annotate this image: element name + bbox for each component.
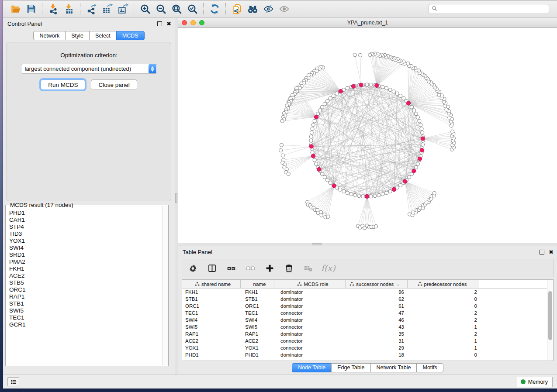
table-row[interactable]: SWI4SWI4dominator462 [182, 316, 553, 323]
column-header-predecessor-nodes[interactable]: predecessor nodes [408, 280, 479, 288]
mcds-result-scrollbar[interactable] [162, 206, 168, 365]
vertical-splitter[interactable] [175, 18, 178, 375]
table-cell: 2 [408, 317, 479, 323]
mcds-result-item[interactable]: SRD1 [9, 251, 162, 258]
export-image-button[interactable] [115, 2, 131, 16]
import-network-button[interactable] [45, 2, 61, 16]
hierarchy-icon [195, 282, 200, 286]
clone-network-button[interactable] [229, 2, 245, 16]
mcds-result-item[interactable]: ACE2 [9, 272, 162, 279]
export-table-button[interactable] [99, 2, 115, 16]
column-header-mcds-role[interactable]: MCDS role [274, 280, 346, 288]
column-header-successor-nodes[interactable]: successor nodes ⌄ [346, 280, 408, 288]
deselect-all-rows-button[interactable] [244, 261, 256, 275]
zoom-out-button[interactable] [153, 2, 169, 16]
close-panel-button[interactable]: Close panel [91, 79, 137, 90]
open-file-button[interactable] [7, 2, 23, 16]
network-window-titlebar[interactable]: YPA_prune.txt_1 [178, 18, 557, 28]
mcds-result-item[interactable]: PMA2 [9, 258, 162, 265]
mcds-result-item[interactable]: TID3 [9, 230, 162, 237]
table-cell: STB1 [182, 296, 241, 302]
table-row[interactable]: SWI5SWI5connector431 [182, 323, 553, 330]
mcds-result-item[interactable]: SWI4 [9, 244, 162, 251]
select-all-rows-button[interactable] [225, 261, 237, 275]
zoom-fit-button[interactable] [169, 2, 184, 16]
column-header-name[interactable]: name [241, 280, 274, 288]
zoom-selected-button[interactable] [184, 2, 200, 16]
export-image-icon [118, 3, 128, 14]
mcds-result-item[interactable]: FKH1 [9, 265, 162, 272]
tab-style[interactable]: Style [65, 31, 90, 40]
float-panel-icon[interactable] [540, 250, 544, 254]
create-column-button[interactable] [263, 261, 276, 275]
scrollbar-thumb[interactable] [548, 291, 552, 340]
table-row[interactable]: YOX1YOX1connector291 [182, 344, 553, 351]
table-cell: 47 [346, 310, 408, 316]
close-panel-icon[interactable]: ✖ [166, 21, 171, 26]
table-options-button[interactable] [187, 261, 199, 275]
horizontal-splitter[interactable] [178, 243, 557, 246]
delete-table-icon [304, 264, 313, 273]
table-row[interactable]: ACE2ACE2connector311 [182, 337, 553, 344]
first-neighbors-button[interactable] [245, 2, 260, 16]
mcds-result-item[interactable]: YOX1 [9, 237, 162, 244]
show-columns-button[interactable] [206, 261, 218, 275]
mcds-result-item[interactable]: SWI5 [9, 307, 162, 314]
mcds-result-item[interactable]: PHD1 [9, 210, 162, 217]
tab-node-table[interactable]: Node Table [292, 363, 332, 372]
tab-network-table[interactable]: Network Table [370, 363, 417, 372]
control-panel: Control Panel ✖ Network Style Select MCD… [3, 18, 175, 375]
function-builder-button[interactable]: f(x) [321, 263, 336, 273]
float-panel-icon[interactable] [157, 21, 162, 26]
network-graph[interactable] [178, 28, 557, 243]
table-row[interactable]: STB1STB1dominator620 [182, 296, 553, 303]
delete-column-button[interactable] [283, 261, 295, 275]
table-cell: SWI5 [182, 324, 241, 330]
network-window-title: YPA_prune.txt_1 [178, 20, 557, 26]
table-cell: connector [274, 310, 346, 316]
zoom-in-button[interactable] [137, 2, 153, 16]
hide-selected-button[interactable] [260, 2, 276, 16]
mcds-result-item[interactable]: GCR1 [9, 321, 162, 328]
table-cell: dominator [274, 296, 346, 302]
tab-motifs[interactable]: Motifs [416, 363, 443, 372]
column-header-shared-name[interactable]: shared name [182, 280, 241, 288]
optimization-criterion-select[interactable]: largest connected component (undirected) [21, 64, 157, 74]
task-history-button[interactable] [7, 377, 19, 386]
delete-table-button[interactable] [302, 261, 314, 275]
table-row[interactable]: ORC1ORC1dominator610 [182, 303, 553, 309]
mcds-result-item[interactable]: STB1 [9, 300, 162, 307]
splitter-handle[interactable] [312, 243, 322, 245]
mcds-result-item[interactable]: STP4 [9, 224, 162, 230]
table-cell: dominator [274, 289, 346, 295]
mcds-result-item[interactable]: TEC1 [9, 314, 162, 321]
network-canvas[interactable] [178, 28, 557, 243]
import-table-icon [64, 3, 75, 14]
memory-button[interactable]: Memory [516, 377, 553, 387]
tab-select[interactable]: Select [89, 31, 117, 40]
import-table-button[interactable] [61, 2, 77, 16]
search-input[interactable] [429, 4, 549, 14]
tab-network[interactable]: Network [33, 31, 66, 40]
export-network-button[interactable] [83, 2, 99, 16]
save-session-button[interactable] [23, 2, 39, 16]
table-cell: FKH1 [241, 289, 274, 295]
table-cell: RAP1 [241, 331, 274, 337]
tab-edge-table[interactable]: Edge Table [331, 363, 370, 372]
table-row[interactable]: RAP1RAP1dominator352 [182, 330, 553, 337]
mcds-result-item[interactable]: RAP1 [9, 293, 162, 300]
show-all-button[interactable] [276, 2, 292, 16]
tab-mcds[interactable]: MCDS [116, 31, 145, 40]
mcds-result-item[interactable]: CAR1 [9, 217, 162, 224]
network-window: YPA_prune.txt_1 [178, 18, 557, 243]
table-row[interactable]: PHD1PHD1dominator180 [182, 351, 553, 358]
close-panel-icon[interactable]: ✖ [549, 250, 554, 254]
mcds-result-item[interactable]: ORC1 [9, 286, 162, 293]
table-row[interactable]: FKH1FKH1dominator962 [182, 289, 553, 296]
apply-style-refresh-button[interactable] [207, 2, 222, 16]
table-row[interactable]: TEC1TEC1connector472 [182, 309, 553, 316]
splitter-handle[interactable] [175, 193, 177, 203]
mcds-result-item[interactable]: STB5 [9, 279, 162, 286]
table-scrollbar[interactable] [547, 280, 553, 361]
run-mcds-button[interactable]: Run MCDS [41, 79, 85, 90]
